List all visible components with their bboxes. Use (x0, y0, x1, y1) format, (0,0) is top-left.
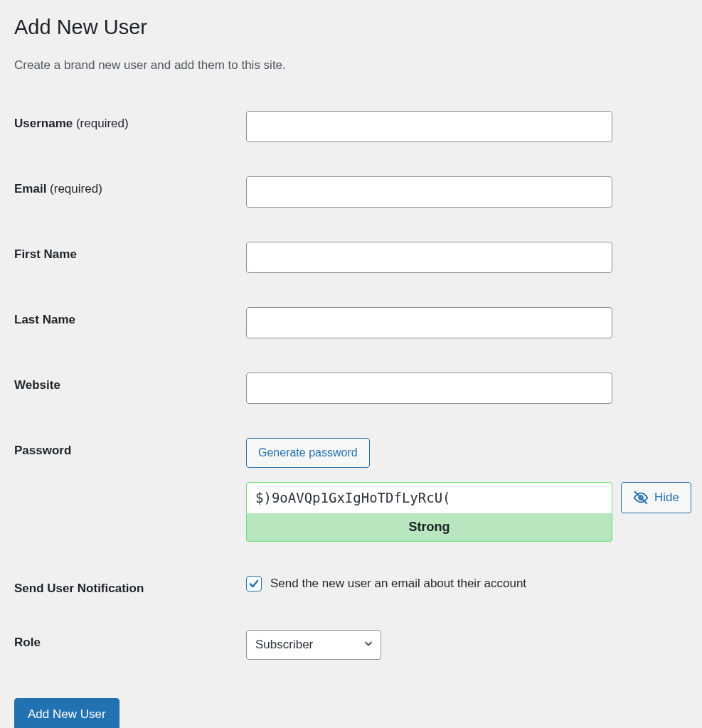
last-name-input[interactable] (246, 307, 612, 338)
username-input[interactable] (246, 111, 612, 142)
role-label: Role (14, 630, 246, 650)
role-select[interactable]: Subscriber (246, 630, 381, 660)
notification-row: Send User Notification Send the new user… (14, 559, 688, 613)
eye-slash-icon (633, 490, 649, 505)
username-row: Username (required) (14, 94, 688, 159)
password-input[interactable] (246, 482, 612, 513)
username-label: Username (required) (14, 111, 246, 131)
website-label: Website (14, 373, 246, 392)
first-name-input[interactable] (246, 242, 612, 273)
last-name-label: Last Name (14, 307, 246, 327)
password-row: Password Generate password Strong (14, 421, 688, 559)
email-row: Email (required) (14, 159, 688, 225)
hide-password-label: Hide (654, 491, 679, 505)
send-notification-checkbox[interactable] (246, 576, 262, 592)
first-name-row: First Name (14, 225, 688, 290)
add-new-user-button[interactable]: Add New User (14, 698, 119, 728)
website-row: Website (14, 355, 688, 421)
website-input[interactable] (246, 373, 612, 404)
hide-password-button[interactable]: Hide (621, 482, 691, 513)
email-input[interactable] (246, 176, 612, 208)
email-label: Email (required) (14, 176, 246, 196)
page-title: Add New User (14, 14, 688, 41)
role-row: Role Subscriber (14, 613, 688, 677)
last-name-row: Last Name (14, 290, 688, 355)
add-user-form: Username (required) Email (required) Fir… (14, 94, 688, 677)
page-description: Create a brand new user and add them to … (14, 58, 688, 73)
first-name-label: First Name (14, 242, 246, 262)
password-label: Password (14, 438, 246, 458)
notification-label: Send User Notification (14, 576, 246, 596)
generate-password-button[interactable]: Generate password (246, 438, 370, 468)
password-strength-indicator: Strong (246, 513, 612, 542)
send-notification-label: Send the new user an email about their a… (270, 577, 526, 591)
